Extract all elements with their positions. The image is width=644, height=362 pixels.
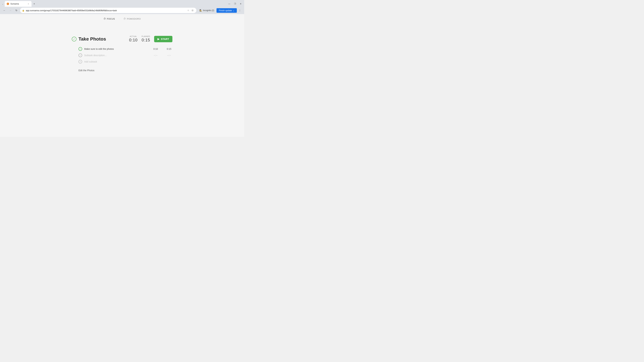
incognito-icon: 🕵: [200, 9, 202, 11]
subtask-planned-placeholder: --:--: [166, 54, 172, 57]
active-tab[interactable]: Sunsama ×: [5, 1, 32, 7]
subtasks-list: ✓ Make sure to edit the photos 0:10 0:15…: [78, 46, 172, 65]
finish-update-button[interactable]: Finish update ⌄: [216, 8, 237, 13]
actual-time: 0:10: [129, 38, 138, 42]
focus-icon: ⏱: [104, 17, 106, 20]
subtask-check-icon: ✓: [78, 47, 82, 51]
planned-time: 0:15: [142, 38, 150, 42]
subtask-row[interactable]: ✓ Subtask description... --:-- --:--: [78, 52, 172, 58]
new-tab-button[interactable]: +: [32, 2, 36, 6]
add-subtask-row[interactable]: + Add subtask: [78, 58, 172, 65]
more-menu-button[interactable]: ⋮: [238, 8, 242, 13]
actual-label: ACTUAL: [130, 35, 137, 37]
task-notes-text: Edit the Photos: [78, 69, 94, 72]
back-button[interactable]: ←: [2, 8, 7, 13]
subtask-row[interactable]: ✓ Make sure to edit the photos 0:10 0:15: [78, 46, 172, 52]
subtask-actual-placeholder: --:--: [152, 54, 159, 57]
reload-button[interactable]: ↻: [14, 8, 19, 13]
focus-label: FOCUS: [107, 17, 115, 20]
pomodoro-label: POMODORO: [127, 17, 141, 20]
subtask-timers: 0:10 0:15: [152, 48, 172, 50]
start-button[interactable]: ▶ START: [154, 36, 172, 42]
start-label: START: [161, 37, 169, 40]
finish-update-label: Finish update: [219, 9, 232, 12]
subtask-actual-time: 0:10: [152, 48, 159, 50]
task-complete-icon[interactable]: ✓: [72, 37, 76, 41]
add-subtask-label: Add subtask: [84, 60, 97, 63]
maximize-button[interactable]: ❐: [233, 2, 237, 6]
pomodoro-tab[interactable]: ⏱ POMODORO: [122, 17, 142, 21]
tab-bar-menu[interactable]: ⌄: [1, 2, 4, 5]
task-timers: ACTUAL 0:10 PLANNED 0:15 ▶ START: [129, 35, 172, 42]
start-play-icon: ▶: [158, 37, 160, 40]
close-button[interactable]: ✕: [238, 2, 243, 6]
task-container: ✓ Take Photos ACTUAL 0:10 PLANNED 0:15 ▶…: [0, 22, 244, 137]
actual-timer-group: ACTUAL 0:10: [129, 35, 138, 42]
tab-favicon: [7, 3, 9, 5]
finish-update-dropdown-icon: ⌄: [232, 9, 234, 12]
url-text: app.sunsama.com/group/17031827644696380?…: [26, 9, 185, 12]
task-header: ✓ Take Photos ACTUAL 0:10 PLANNED 0:15 ▶…: [72, 35, 172, 42]
tab-separator: ·: [119, 18, 120, 20]
focus-tab[interactable]: ⏱ FOCUS: [102, 17, 116, 21]
task-notes[interactable]: Edit the Photos: [78, 69, 172, 72]
sidebar-button[interactable]: ⊡: [191, 8, 194, 12]
security-icon: 🔒: [22, 9, 24, 11]
add-subtask-icon: +: [78, 60, 82, 63]
minimize-button[interactable]: —: [227, 2, 232, 6]
subtask-check-icon: ✓: [78, 53, 82, 57]
planned-label: PLANNED: [142, 35, 150, 37]
incognito-label: Incognito (2): [203, 9, 214, 11]
subtask-text: Make sure to edit the photos: [84, 48, 150, 50]
task-card: ✓ Take Photos ACTUAL 0:10 PLANNED 0:15 ▶…: [72, 35, 172, 72]
tab-close-button[interactable]: ×: [27, 3, 30, 5]
subtask-placeholder-text: Subtask description...: [84, 54, 150, 57]
focus-navigation: ⏱ FOCUS · ⏱ POMODORO: [0, 14, 244, 22]
tab-title: Sunsama: [10, 3, 26, 5]
pomodoro-icon: ⏱: [124, 17, 126, 20]
incognito-button[interactable]: 🕵 Incognito (2): [198, 8, 216, 12]
subtask-timers: --:-- --:--: [152, 54, 172, 57]
address-bar[interactable]: 🔒 app.sunsama.com/group/1703182764469638…: [20, 8, 196, 13]
subtask-planned-time: 0:15: [166, 48, 172, 50]
planned-timer-group: PLANNED 0:15: [142, 35, 150, 42]
bookmark-button[interactable]: ☆: [186, 8, 190, 12]
task-title: Take Photos: [78, 36, 127, 42]
forward-button[interactable]: →: [8, 8, 13, 13]
page-content: ⏱ FOCUS · ⏱ POMODORO ✓ Take Photos ACTUA…: [0, 14, 244, 137]
